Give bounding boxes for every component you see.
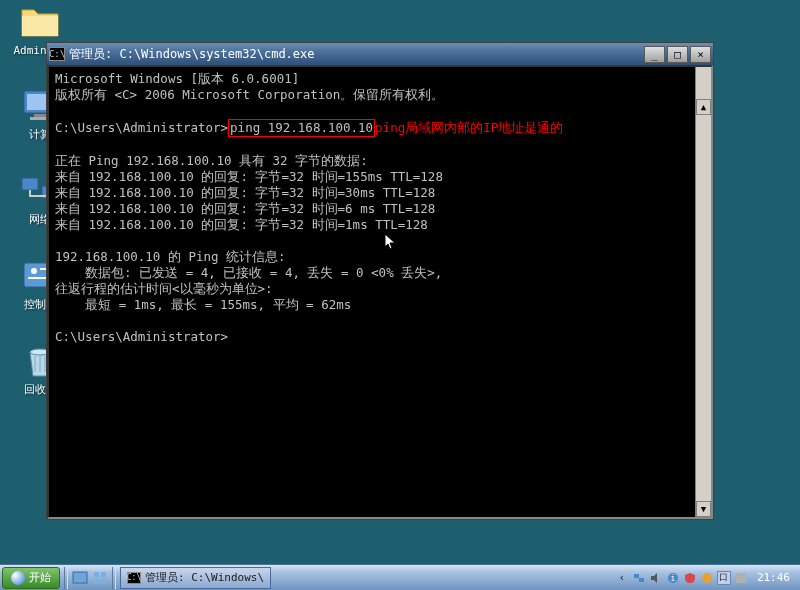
tray-lang-icon[interactable]: 口 bbox=[717, 571, 731, 585]
quicklaunch-icon[interactable] bbox=[91, 569, 109, 587]
ping-reply: 来自 192.168.100.10 的回复: 字节=32 时间=1ms TTL=… bbox=[55, 217, 428, 232]
svg-rect-13 bbox=[101, 572, 106, 577]
cmd-window: C:\ 管理员: C:\Windows\system32\cmd.exe _ □… bbox=[46, 42, 714, 520]
tray-shield-icon[interactable] bbox=[683, 571, 697, 585]
prompt-idle: C:\Users\Administrator> bbox=[55, 329, 228, 344]
copyright-line: 版权所有 <C> 2006 Microsoft Corporation。保留所有… bbox=[55, 87, 444, 102]
desktop: Administ 计算 网络 控制面 回收站 bbox=[0, 0, 800, 590]
svg-rect-14 bbox=[94, 579, 99, 584]
taskbar-item-cmd[interactable]: C:\ 管理员: C:\Windows\ bbox=[120, 567, 271, 589]
terminal-output[interactable]: Microsoft Windows [版本 6.0.6001] 版权所有 <C>… bbox=[47, 65, 713, 519]
tray-update-icon[interactable] bbox=[700, 571, 714, 585]
cmd-title-icon: C:\ bbox=[49, 47, 65, 61]
svg-rect-16 bbox=[634, 574, 639, 578]
show-desktop-icon[interactable] bbox=[71, 569, 89, 587]
task-label: 管理员: C:\Windows\ bbox=[145, 570, 264, 585]
ping-command-highlight: ping 192.168.100.10 bbox=[228, 119, 375, 137]
system-tray: ‹ i 口 21:46 bbox=[611, 571, 800, 585]
stats-header: 192.168.100.10 的 Ping 统计信息: bbox=[55, 249, 286, 264]
taskbar-clock[interactable]: 21:46 bbox=[751, 571, 796, 584]
taskbar-separator bbox=[112, 567, 116, 589]
svg-rect-21 bbox=[736, 573, 746, 583]
window-titlebar[interactable]: C:\ 管理员: C:\Windows\system32\cmd.exe _ □… bbox=[47, 43, 713, 65]
version-line: Microsoft Windows [版本 6.0.6001] bbox=[55, 71, 299, 86]
svg-rect-17 bbox=[639, 578, 644, 582]
tray-info-icon[interactable]: i bbox=[666, 571, 680, 585]
close-button[interactable]: × bbox=[690, 46, 711, 63]
stats-rtt-header: 往返行程的估计时间<以毫秒为单位>: bbox=[55, 281, 273, 296]
prompt-path: C:\Users\Administrator> bbox=[55, 120, 228, 135]
stats-rtt: 最短 = 1ms, 最长 = 155ms, 平均 = 62ms bbox=[55, 297, 351, 312]
scroll-down-button[interactable]: ▼ bbox=[696, 501, 711, 517]
windows-orb-icon bbox=[11, 571, 25, 585]
minimize-button[interactable]: _ bbox=[644, 46, 665, 63]
ping-reply: 来自 192.168.100.10 的回复: 字节=32 时间=30ms TTL… bbox=[55, 185, 435, 200]
ping-reply: 来自 192.168.100.10 的回复: 字节=32 时间=155ms TT… bbox=[55, 169, 443, 184]
svg-rect-12 bbox=[94, 572, 99, 577]
svg-rect-11 bbox=[73, 572, 87, 583]
tray-network-icon[interactable] bbox=[632, 571, 646, 585]
svg-rect-15 bbox=[101, 579, 106, 584]
folder-icon bbox=[20, 2, 60, 42]
taskbar-separator bbox=[64, 567, 68, 589]
start-button[interactable]: 开始 bbox=[2, 567, 60, 589]
tray-generic-icon[interactable] bbox=[734, 571, 748, 585]
window-title: 管理员: C:\Windows\system32\cmd.exe bbox=[69, 46, 642, 63]
vertical-scrollbar[interactable]: ▲ ▼ bbox=[695, 67, 711, 517]
ping-header: 正在 Ping 192.168.100.10 具有 32 字节的数据: bbox=[55, 153, 368, 168]
ping-reply: 来自 192.168.100.10 的回复: 字节=32 时间=6 ms TTL… bbox=[55, 201, 435, 216]
cmd-task-icon: C:\ bbox=[127, 572, 141, 584]
svg-point-7 bbox=[31, 268, 37, 274]
maximize-button[interactable]: □ bbox=[667, 46, 688, 63]
stats-packets: 数据包: 已发送 = 4, 已接收 = 4, 丢失 = 0 <0% 丢失>, bbox=[55, 265, 442, 280]
tray-expand-icon[interactable]: ‹ bbox=[615, 571, 629, 585]
taskbar: 开始 C:\ 管理员: C:\Windows\ ‹ i 口 21:46 bbox=[0, 564, 800, 590]
svg-rect-2 bbox=[34, 114, 46, 117]
start-label: 开始 bbox=[29, 570, 51, 585]
mouse-cursor-icon bbox=[384, 233, 398, 251]
svg-text:i: i bbox=[670, 574, 675, 583]
svg-rect-4 bbox=[22, 178, 38, 190]
tray-volume-icon[interactable] bbox=[649, 571, 663, 585]
scroll-track[interactable] bbox=[696, 83, 711, 501]
annotation-text: ping局域网内部的IP地址是通的 bbox=[375, 120, 563, 135]
svg-point-20 bbox=[702, 573, 712, 583]
